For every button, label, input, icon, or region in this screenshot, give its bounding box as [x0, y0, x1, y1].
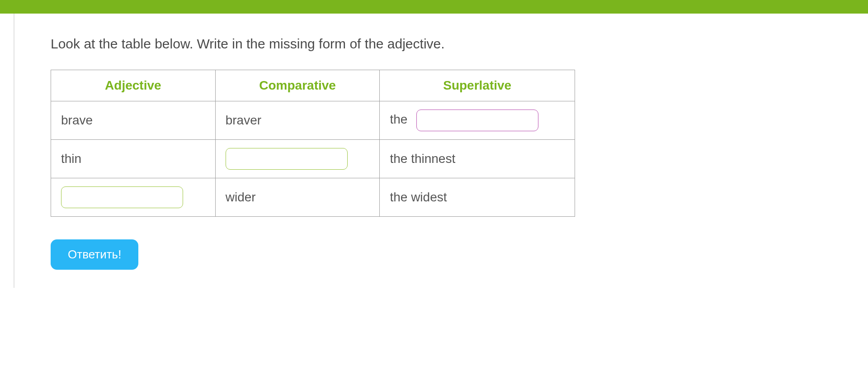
answer-button[interactable]: Ответить!	[51, 239, 138, 270]
content-wrapper: Look at the table below. Write in the mi…	[14, 14, 868, 288]
cell-superlative-thinnest: the thinnest	[380, 140, 575, 178]
table-header-row: Adjective Comparative Superlative	[51, 70, 575, 101]
top-bar	[0, 0, 868, 14]
adjective-table: Adjective Comparative Superlative brave …	[51, 70, 575, 217]
table-row: thin the thinnest	[51, 140, 575, 178]
superlative-prefix: the	[390, 112, 407, 126]
comparative-input-thin[interactable]	[226, 148, 348, 170]
cell-adjective-brave: brave	[51, 101, 216, 140]
instruction-text: Look at the table below. Write in the mi…	[51, 36, 832, 52]
cell-comparative-braver: braver	[215, 101, 380, 140]
header-superlative: Superlative	[380, 70, 575, 101]
table-row: brave braver the	[51, 101, 575, 140]
cell-adjective-wide	[51, 178, 216, 217]
header-comparative: Comparative	[215, 70, 380, 101]
cell-comparative-thin	[215, 140, 380, 178]
superlative-input-brave[interactable]	[416, 110, 538, 131]
table-row: wider the widest	[51, 178, 575, 217]
cell-adjective-thin: thin	[51, 140, 216, 178]
cell-superlative-brave: the	[380, 101, 575, 140]
adjective-input-wide[interactable]	[61, 186, 183, 208]
cell-comparative-wider: wider	[215, 178, 380, 217]
cell-superlative-widest: the widest	[380, 178, 575, 217]
header-adjective: Adjective	[51, 70, 216, 101]
